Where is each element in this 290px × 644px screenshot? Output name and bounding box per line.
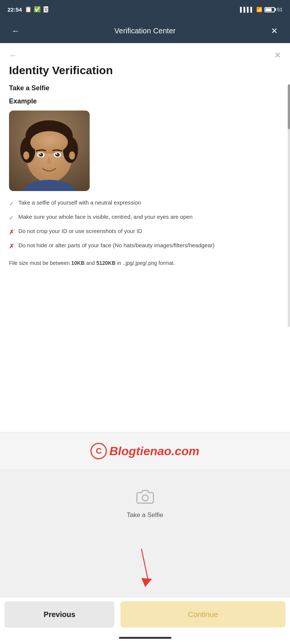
selfie-heading: Take a Selfie — [9, 84, 281, 92]
continue-button[interactable]: Continue — [120, 601, 285, 628]
checklist-item-3: ✗ Do not crop your ID or use screenshots… — [9, 227, 281, 237]
inner-nav: ← ✕ — [0, 43, 290, 64]
home-bar — [119, 637, 171, 639]
camera-icon — [136, 489, 154, 508]
watermark-text: Blogtienao.com — [109, 444, 199, 458]
checklist: ✓ Take a selfie of yourself with a neutr… — [9, 199, 281, 251]
watermark-section: C Blogtienao.com — [0, 432, 290, 470]
svg-point-17 — [142, 495, 148, 501]
example-heading: Example — [9, 97, 281, 105]
content-area: ← ✕ Identity Verification Take a Selfie … — [0, 43, 290, 598]
inner-back-button[interactable]: ← — [9, 51, 17, 60]
checklist-item-2: ✓ Make sure your whole face is visible, … — [9, 213, 281, 223]
svg-line-18 — [141, 549, 148, 581]
cross-icon-2: ✗ — [9, 242, 14, 251]
checkmark-icon-1: ✓ — [9, 199, 14, 208]
checkmark-icon-2: ✓ — [9, 214, 14, 223]
example-selfie-image — [9, 111, 90, 191]
arrow-container — [0, 545, 290, 598]
svg-marker-19 — [141, 578, 152, 587]
checklist-text-2: Make sure your whole face is visible, ce… — [18, 213, 192, 221]
upload-area[interactable]: Take a Selfie — [0, 470, 290, 545]
checklist-text-4: Do not hide or alter parts of your face … — [18, 241, 215, 250]
app-header-title: Verification Center — [114, 27, 176, 35]
checklist-text-1: Take a selfie of yourself with a neutral… — [18, 199, 141, 207]
camera-upload-button[interactable]: Take a Selfie — [127, 489, 163, 519]
app-header: ← Verification Center ✕ — [0, 19, 290, 43]
page-title: Identity Verification — [0, 64, 290, 84]
inner-close-button[interactable]: ✕ — [274, 51, 281, 60]
status-time: 22:54 📋 ✅ 🃏 — [8, 6, 50, 13]
app-close-button[interactable]: ✕ — [267, 26, 281, 36]
svg-point-10 — [39, 153, 43, 157]
cross-icon-1: ✗ — [9, 228, 14, 237]
scroll-track — [288, 84, 290, 327]
svg-point-12 — [39, 153, 41, 155]
signal-icon: ▌▌▌▌ — [240, 7, 254, 12]
example-image-container — [9, 111, 281, 191]
app-back-button[interactable]: ← — [9, 26, 23, 36]
svg-point-15 — [23, 151, 29, 160]
face-illustration — [9, 111, 90, 191]
wifi-icon: 📶 — [256, 7, 262, 12]
status-bar: 22:54 📋 ✅ 🃏 ▌▌▌▌ 📶 51 — [0, 0, 290, 19]
previous-button[interactable]: Previous — [5, 601, 114, 628]
checklist-item-1: ✓ Take a selfie of yourself with a neutr… — [9, 199, 281, 208]
watermark: C Blogtienao.com — [90, 443, 199, 459]
svg-point-13 — [56, 153, 57, 155]
content-wrapper: Take a Selfie Example — [0, 84, 290, 432]
time-display: 22:54 — [8, 6, 22, 13]
scroll-thumb — [288, 84, 290, 129]
svg-point-11 — [55, 153, 60, 157]
home-indicator — [0, 631, 290, 644]
scrollable-content: Take a Selfie Example — [0, 84, 290, 432]
camera-label: Take a Selfie — [127, 511, 163, 519]
svg-point-16 — [69, 151, 75, 160]
battery-percent: 51 — [277, 7, 282, 12]
notification-icons: 📋 ✅ 🃏 — [25, 6, 49, 13]
checklist-text-3: Do not crop your ID or use screenshots o… — [18, 227, 142, 236]
arrow-icon — [134, 545, 156, 590]
status-icons: ▌▌▌▌ 📶 51 — [240, 7, 282, 12]
file-size-note: File size must be between 10KB and 5120K… — [9, 260, 281, 273]
battery-display — [264, 7, 275, 12]
svg-point-7 — [30, 131, 68, 154]
bottom-buttons: Previous Continue — [0, 598, 290, 631]
copyright-circle: C — [90, 443, 107, 459]
checklist-item-4: ✗ Do not hide or alter parts of your fac… — [9, 241, 281, 251]
